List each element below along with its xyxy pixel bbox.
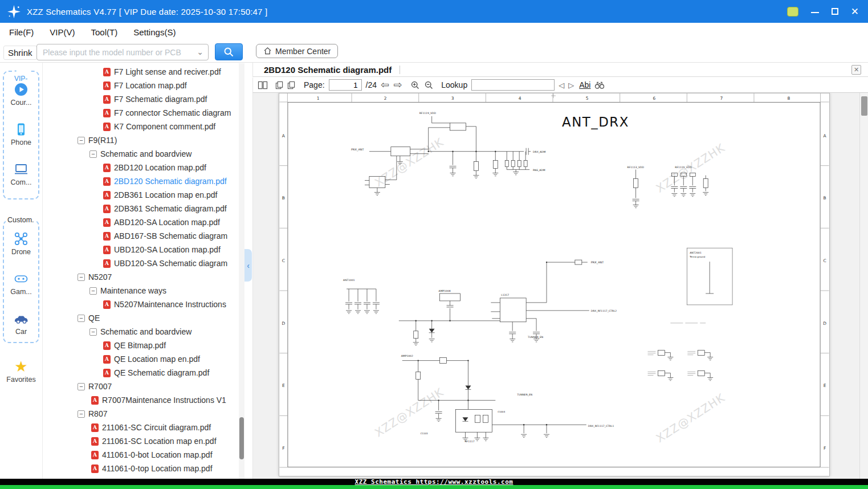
tree-group-row[interactable]: R807	[43, 407, 239, 421]
tree-scrollbar[interactable]	[239, 63, 244, 479]
tree-group-row[interactable]: Maintenance ways	[43, 284, 239, 298]
component-label: PAG_ADM	[533, 169, 545, 172]
sidebar-item-favorites[interactable]: Favorites	[0, 359, 42, 384]
sidebar-item-phone[interactable]: Phone	[0, 122, 42, 146]
rotate-left-icon[interactable]	[275, 81, 283, 89]
lookup-input[interactable]	[471, 79, 555, 91]
tree-file-row[interactable]: N5207Maintenance Instructions	[43, 298, 239, 311]
binoculars-icon[interactable]	[594, 80, 605, 89]
ruler-col-label: 3	[451, 96, 454, 101]
menu-file[interactable]: File(F)	[9, 27, 34, 37]
close-button[interactable]: ✕	[851, 7, 859, 17]
ruler-col-label: 6	[653, 96, 656, 101]
previous-result-icon[interactable]: ◁	[559, 82, 564, 89]
tree-item-label: R7007Maintenance Instructions V1	[102, 396, 226, 405]
match-case-toggle[interactable]: Abi	[579, 80, 590, 89]
sidebar-item-label: Gam...	[10, 288, 32, 296]
tree-group-row[interactable]: N5207	[43, 270, 239, 284]
collapse-minus-icon[interactable]	[78, 315, 85, 322]
vip-label: -VIP-	[13, 67, 30, 83]
zoom-out-icon[interactable]	[424, 80, 434, 90]
tree-scrollbar-thumb[interactable]	[239, 417, 244, 459]
component-label: TUNNER_EN	[516, 393, 532, 397]
tree-file-row[interactable]: 411061-0-bot Location map.pdf	[43, 448, 239, 462]
tree-file-row[interactable]: UBD120-SA Schematic diagram	[43, 256, 239, 270]
tree-group-row[interactable]: F9(R11)	[43, 133, 239, 147]
chevron-down-icon[interactable]: ⌄	[197, 47, 203, 56]
watermark-text: XZZ@XZZHK	[372, 385, 446, 440]
search-button[interactable]	[215, 43, 243, 60]
ruler-col-label: 8	[787, 96, 790, 101]
tree-file-row[interactable]: UBD120-SA Location map.pdf	[43, 243, 239, 256]
maximize-button[interactable]	[832, 8, 838, 15]
zoom-in-icon[interactable]	[410, 80, 420, 90]
collapse-minus-icon[interactable]	[78, 383, 85, 390]
vip-badge-icon[interactable]	[787, 7, 798, 17]
pdf-icon	[103, 246, 111, 254]
collapse-minus-icon[interactable]	[78, 274, 85, 281]
viewer-scrollbar-thumb[interactable]	[861, 96, 867, 116]
tree-file-row[interactable]: 2BD120 Schematic diagram.pdf	[43, 174, 239, 188]
pdf-icon	[103, 300, 111, 309]
next-page-icon[interactable]: ⇨	[393, 80, 402, 90]
collapse-minus-icon[interactable]	[78, 137, 85, 144]
tree-file-row[interactable]: R7007Maintenance Instructions V1	[43, 393, 239, 407]
tree-file-row[interactable]: QE Location map en.pdf	[43, 352, 239, 366]
custom-label: Custom.	[6, 216, 36, 224]
tree-group-row[interactable]: QE	[43, 311, 239, 325]
rotate-right-icon[interactable]	[287, 81, 295, 89]
status-text: XZZ Schematics https://www.xzztools.com	[355, 479, 514, 485]
menu-settings[interactable]: Settings(S)	[133, 27, 176, 37]
sidebar-item-course[interactable]: Cour...	[0, 82, 42, 107]
panel-collapse-handle[interactable]: ‹	[244, 249, 252, 282]
menu-tool[interactable]: Tool(T)	[91, 27, 118, 37]
tree-file-row[interactable]: QE Schematic diagram.pdf	[43, 366, 239, 380]
collapse-minus-icon[interactable]	[78, 410, 85, 418]
sidebar-item-game[interactable]: Gam...	[0, 271, 42, 296]
model-search-box: ⌄	[36, 44, 209, 60]
close-tab-icon[interactable]: ✕	[851, 65, 861, 75]
tree-group-row[interactable]: R7007	[43, 380, 239, 393]
menu-vip[interactable]: VIP(V)	[50, 27, 75, 37]
tree-file-row[interactable]: 2DB361 Schematic diagram.pdf	[43, 202, 239, 215]
tree-file-row[interactable]: K7 Component comment.pdf	[43, 120, 239, 133]
tree-file-row[interactable]: F7 Light sense and reciver.pdf	[43, 65, 239, 79]
collapse-minus-icon[interactable]	[89, 328, 97, 336]
sidebar-item-car[interactable]: Car	[0, 311, 42, 336]
page-number-input[interactable]	[329, 79, 362, 91]
tree-file-row[interactable]: 211061-SC Circuit diagram.pdf	[43, 421, 239, 434]
tree-file-row[interactable]: ABD167-SB Schematic diagram	[43, 229, 239, 243]
tree-file-row[interactable]: ABD120-SA Location map.pdf	[43, 215, 239, 229]
next-result-icon[interactable]: ▷	[568, 82, 574, 89]
app-logo-icon	[7, 5, 21, 19]
sidebar-item-label: Favorites	[6, 376, 35, 384]
member-center-button[interactable]: Member Center	[256, 44, 338, 58]
document-tab[interactable]: 2BD120 Schematic diagram.pdf	[253, 63, 400, 76]
viewer-scrollbar[interactable]	[859, 93, 868, 479]
sidebar-item-computer[interactable]: Com...	[0, 162, 42, 186]
model-search-input[interactable]	[43, 48, 193, 57]
pdf-icon	[103, 164, 111, 172]
tree-group-row[interactable]: Schematic and boardview	[43, 147, 239, 161]
minimize-button[interactable]	[811, 12, 819, 13]
collapse-minus-icon[interactable]	[89, 150, 97, 158]
tree-file-row[interactable]: 411061-0-top Location map.pdf	[43, 462, 239, 475]
shrink-button[interactable]: Shrink	[3, 46, 37, 60]
tree-file-row[interactable]: F7 Location map.pdf	[43, 79, 239, 92]
tree-item-label: Maintenance ways	[100, 286, 166, 295]
tree-file-row[interactable]: QE Bitmap.pdf	[43, 339, 239, 352]
tree-file-row[interactable]: 211061-SC Location map en.pdf	[43, 434, 239, 448]
spread-view-icon[interactable]	[258, 81, 268, 89]
tree-file-row[interactable]: 2BD120 Location map.pdf	[43, 161, 239, 174]
tree-item-label: UBD120-SA Schematic diagram	[114, 259, 227, 268]
collapse-minus-icon[interactable]	[89, 287, 97, 295]
tree-file-row[interactable]: F7 Schematic diagram.pdf	[43, 92, 239, 106]
pdf-canvas[interactable]: 12345678AABBCCDDEEFF XZZ@XZZHKXZZ@XZZHKX…	[252, 93, 859, 479]
tree-item-label: F7 connector Schematic diagram	[114, 108, 231, 117]
tree-file-row[interactable]: F7 connector Schematic diagram	[43, 106, 239, 120]
tree-file-row[interactable]: 2DB361 Location map en.pdf	[43, 188, 239, 202]
sidebar-item-drone[interactable]: Drone	[0, 231, 42, 256]
previous-page-icon[interactable]: ⇦	[381, 80, 389, 90]
tree-item-label: QE Schematic diagram.pdf	[114, 368, 209, 377]
tree-group-row[interactable]: Schematic and boardview	[43, 325, 239, 339]
